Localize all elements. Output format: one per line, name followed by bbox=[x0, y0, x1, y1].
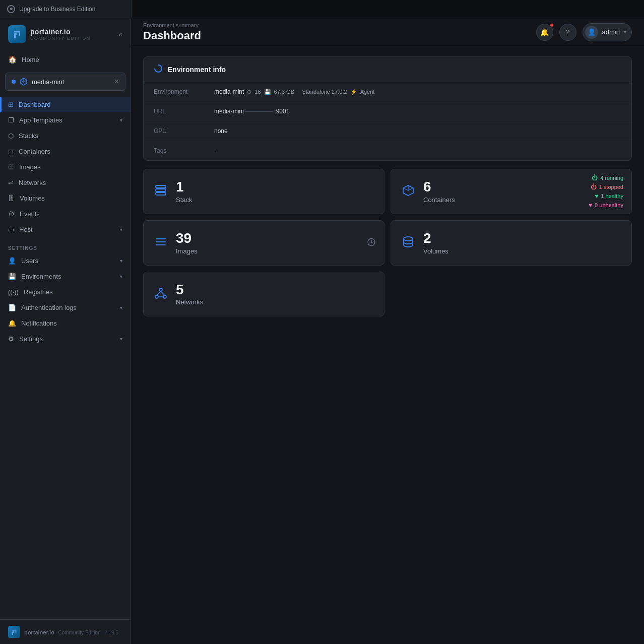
cpu-count: 16 bbox=[254, 89, 261, 95]
env-info-spinner-icon bbox=[154, 64, 163, 73]
stopped-icon: ⏻ bbox=[591, 183, 597, 190]
footer-brand: portainer.io bbox=[24, 629, 54, 635]
svg-point-19 bbox=[163, 295, 166, 298]
sidebar-item-app-templates[interactable]: ❐ App Templates ▾ bbox=[0, 112, 131, 128]
host-label: Host bbox=[19, 226, 33, 233]
containers-badges: ⏻ 4 running ⏻ 1 stopped ♥ 1 healthy bbox=[589, 174, 623, 209]
main-content: Environment summary Dashboard 🔔 ? 👤 bbox=[131, 18, 644, 644]
svg-rect-6 bbox=[16, 630, 17, 633]
upgrade-bar[interactable]: Upgrade to Business Edition bbox=[0, 0, 131, 18]
stacks-count: 1 bbox=[176, 179, 192, 195]
standalone-label: Standalone 27.0.2 bbox=[302, 89, 347, 95]
dashboard-label: Dashboard bbox=[19, 101, 51, 108]
stat-card-volumes[interactable]: 2 Volumes bbox=[391, 220, 632, 266]
stat-card-containers[interactable]: 6 Containers ⏻ 4 running ⏻ 1 stopped bbox=[391, 169, 632, 214]
sidebar-item-images[interactable]: ☰ Images bbox=[0, 159, 131, 175]
user-chevron-icon: ▾ bbox=[624, 29, 626, 35]
agent-label: Agent bbox=[360, 89, 375, 95]
logo-text: portainer.io COMMUNITY EDITION bbox=[30, 28, 91, 41]
auth-logs-icon: 📄 bbox=[8, 304, 16, 311]
sidebar-item-host[interactable]: ▭ Host ▾ bbox=[0, 222, 131, 237]
separator: · bbox=[297, 88, 299, 95]
top-header: Environment summary Dashboard 🔔 ? 👤 bbox=[131, 18, 644, 46]
upgrade-label: Upgrade to Business Edition bbox=[19, 6, 95, 13]
sidebar-item-environments[interactable]: 💾 Environments ▾ bbox=[0, 269, 131, 284]
footer-edition: Community Edition bbox=[58, 630, 101, 635]
url-prefix: media-mint bbox=[214, 108, 244, 115]
host-icon: ▭ bbox=[8, 226, 14, 233]
sidebar-item-settings[interactable]: ⚙ Settings ▾ bbox=[0, 331, 131, 347]
lightning-icon: ⚡ bbox=[350, 89, 357, 95]
svg-rect-7 bbox=[13, 631, 14, 633]
settings-nav-label: Settings bbox=[19, 335, 43, 343]
notifications-button[interactable]: 🔔 bbox=[536, 24, 553, 41]
sidebar-item-home[interactable]: 🏠 Home bbox=[0, 50, 131, 69]
stacks-stat-label: Stack bbox=[176, 196, 192, 204]
networks-count: 5 bbox=[176, 282, 203, 298]
home-icon: 🏠 bbox=[8, 55, 17, 63]
svg-line-20 bbox=[157, 291, 161, 295]
stat-card-stacks[interactable]: 1 Stack bbox=[143, 169, 384, 214]
users-icon: 👤 bbox=[8, 257, 16, 265]
avatar-person-icon: 👤 bbox=[588, 28, 596, 36]
environment-selector[interactable]: media-mint × bbox=[5, 73, 125, 91]
page-title: Dashboard bbox=[143, 29, 201, 42]
sidebar-item-volumes[interactable]: 🗄 Volumes bbox=[0, 190, 131, 206]
auth-logs-label: Authentication logs bbox=[21, 304, 77, 311]
cpu-icon: ⊙ bbox=[247, 89, 251, 95]
stacks-stat-icon bbox=[154, 183, 168, 200]
sidebar-item-stacks[interactable]: ⬡ Stacks bbox=[0, 128, 131, 144]
images-icon: ☰ bbox=[8, 163, 14, 171]
events-label: Events bbox=[20, 210, 40, 218]
running-count: 4 running bbox=[600, 175, 623, 181]
sidebar-item-containers[interactable]: ◻ Containers bbox=[0, 144, 131, 159]
images-time-icon bbox=[367, 237, 376, 248]
sidebar-item-networks[interactable]: ⇌ Networks bbox=[0, 175, 131, 190]
env-row-gpu: GPU none bbox=[144, 121, 631, 141]
gpu-value: none bbox=[214, 127, 228, 135]
footer-version: 2.19.5 bbox=[104, 630, 118, 635]
unhealthy-count: 0 unhealthy bbox=[595, 202, 623, 208]
svg-rect-11 bbox=[156, 192, 166, 195]
env-row-url: URL media-mint :9001 bbox=[144, 102, 631, 121]
healthy-count: 1 healthy bbox=[601, 193, 623, 199]
registries-icon: ((·)) bbox=[8, 288, 19, 296]
containers-icon: ◻ bbox=[8, 148, 14, 155]
images-count: 39 bbox=[176, 231, 198, 246]
networks-icon: ⇌ bbox=[8, 179, 14, 186]
disk-icon: 💾 bbox=[264, 89, 271, 95]
help-button[interactable]: ? bbox=[559, 24, 576, 41]
settings-chevron-icon: ▾ bbox=[120, 336, 122, 342]
dashboard-icon: ⊞ bbox=[8, 101, 14, 108]
env-info-title: Environment info bbox=[168, 66, 226, 74]
notifications-label: Notifications bbox=[21, 319, 57, 327]
sidebar-item-auth-logs[interactable]: 📄 Authentication logs ▾ bbox=[0, 300, 131, 315]
environments-label: Environments bbox=[21, 273, 61, 280]
svg-rect-3 bbox=[16, 33, 17, 35]
app-templates-label: App Templates bbox=[19, 116, 62, 124]
users-label: Users bbox=[21, 257, 38, 265]
environment-info-card: Environment info Environment media-mint … bbox=[143, 56, 632, 161]
images-label: Images bbox=[19, 163, 41, 171]
sidebar-item-users[interactable]: 👤 Users ▾ bbox=[0, 253, 131, 269]
stat-card-images[interactable]: 39 Images bbox=[143, 220, 384, 266]
logo-name: portainer.io bbox=[30, 28, 91, 36]
stat-card-networks[interactable]: 5 Networks bbox=[143, 272, 384, 317]
svg-rect-2 bbox=[19, 32, 20, 36]
sidebar-collapse-button[interactable]: « bbox=[118, 30, 122, 38]
sidebar-item-registries[interactable]: ((·)) Registries bbox=[0, 284, 131, 300]
containers-stat-label: Containers bbox=[423, 196, 455, 204]
events-icon: ⏱ bbox=[8, 210, 15, 218]
networks-stat-icon bbox=[154, 286, 168, 302]
svg-point-18 bbox=[155, 295, 158, 298]
sidebar-item-events[interactable]: ⏱ Events bbox=[0, 206, 131, 222]
portainer-logo-svg bbox=[12, 29, 22, 39]
user-menu-button[interactable]: 👤 admin ▾ bbox=[583, 23, 632, 41]
breadcrumb: Environment summary bbox=[143, 22, 201, 28]
svg-point-8 bbox=[155, 65, 162, 72]
sidebar-item-dashboard[interactable]: ⊞ Dashboard bbox=[0, 97, 131, 112]
healthy-badge: ♥ 1 healthy bbox=[595, 192, 623, 200]
sidebar-item-notifications[interactable]: 🔔 Notifications bbox=[0, 315, 131, 331]
question-icon: ? bbox=[566, 28, 569, 36]
env-close-icon[interactable]: × bbox=[114, 77, 119, 86]
